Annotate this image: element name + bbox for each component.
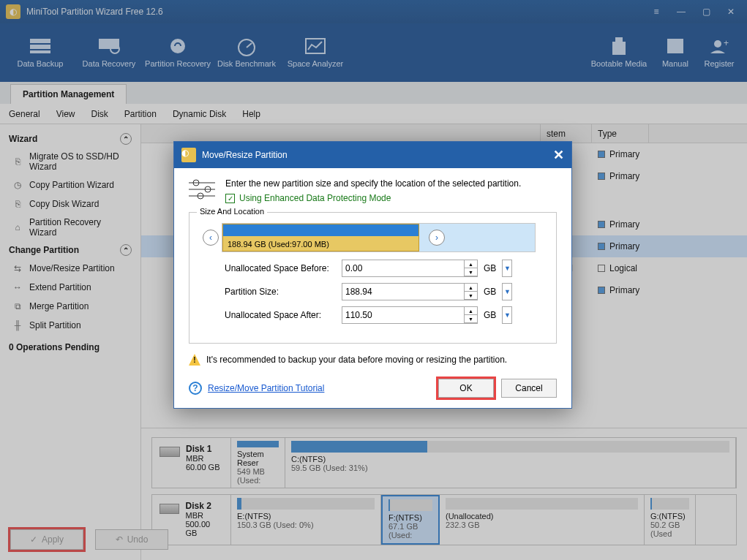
ok-button[interactable]: OK <box>438 379 494 398</box>
warning-icon: ! <box>189 354 200 366</box>
after-spinner[interactable]: ▲▼ <box>465 306 478 324</box>
before-label: Unallocated Space Before: <box>203 263 342 273</box>
size-spinner[interactable]: ▲▼ <box>465 283 478 300</box>
nav-right-icon[interactable]: › <box>429 230 445 246</box>
move-resize-dialog: ◐ Move/Resize Partition ✕ Enter the new … <box>173 141 572 409</box>
warning-row: ! It's recommended to backup your data b… <box>189 354 557 366</box>
dialog-intro-text: Enter the new partition size and specify… <box>225 178 521 189</box>
before-input[interactable] <box>342 260 465 277</box>
fieldset-legend: Size And Location <box>197 207 267 216</box>
size-location-group: Size And Location ‹ 188.94 GB (Used:97.0… <box>189 212 557 344</box>
cancel-button[interactable]: Cancel <box>501 379 557 398</box>
tutorial-link[interactable]: Resize/Move Partition Tutorial <box>208 383 324 393</box>
dialog-close-icon[interactable]: ✕ <box>553 147 564 163</box>
size-bar[interactable]: 188.94 GB (Used:97.00 MB) <box>222 223 536 252</box>
before-unit-dropdown[interactable]: ▼ <box>502 260 512 277</box>
after-label: Unallocated Space After: <box>203 310 342 320</box>
size-label: Partition Size: <box>203 287 342 297</box>
size-unit-dropdown[interactable]: ▼ <box>502 283 512 300</box>
help-icon[interactable]: ? <box>189 382 202 395</box>
enhanced-mode-checkbox[interactable]: ✓Using Enhanced Data Protecting Mode <box>225 193 521 203</box>
dialog-titlebar: ◐ Move/Resize Partition ✕ <box>174 142 571 168</box>
after-input[interactable] <box>342 306 465 324</box>
sliders-icon <box>189 178 215 200</box>
nav-left-icon[interactable]: ‹ <box>203 230 219 246</box>
dialog-logo-icon: ◐ <box>181 148 196 162</box>
checkbox-icon: ✓ <box>225 194 235 203</box>
before-spinner[interactable]: ▲▼ <box>465 260 478 277</box>
after-unit-dropdown[interactable]: ▼ <box>502 306 512 324</box>
size-input[interactable] <box>342 283 465 300</box>
dialog-title: Move/Resize Partition <box>202 150 288 160</box>
